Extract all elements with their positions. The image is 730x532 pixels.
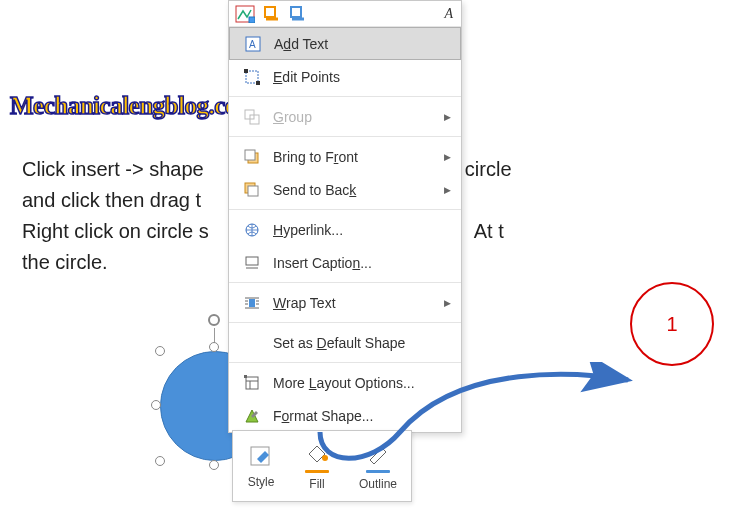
add-text-icon: A	[242, 36, 264, 52]
ctx-label: Add Text	[274, 36, 328, 52]
caption-icon	[241, 255, 263, 271]
svg-rect-25	[246, 377, 258, 389]
style-brush-icon	[247, 443, 275, 471]
resize-handle[interactable]	[155, 456, 165, 466]
resize-handle[interactable]	[151, 400, 161, 410]
ctx-group: Group ▶	[229, 100, 461, 133]
annotation-circle: 1	[630, 282, 714, 366]
format-shape-icon	[241, 408, 263, 424]
separator	[229, 96, 461, 97]
mini-label: Outline	[359, 477, 397, 491]
svg-rect-14	[248, 186, 258, 196]
ctx-label: Bring to Front	[273, 149, 358, 165]
body-line1a: Click insert -> shape	[22, 158, 209, 180]
submenu-arrow-icon: ▶	[444, 185, 451, 195]
mini-label: Fill	[309, 477, 324, 491]
svg-rect-3	[291, 7, 301, 17]
separator	[229, 322, 461, 323]
separator	[229, 136, 461, 137]
ctx-label: Hyperlink...	[273, 222, 343, 238]
rotate-handle-icon[interactable]	[208, 314, 220, 326]
svg-rect-18	[249, 299, 255, 307]
ctx-send-to-back[interactable]: Send to Back ▶	[229, 173, 461, 206]
fill-bucket-icon[interactable]	[263, 5, 281, 23]
ctx-insert-caption[interactable]: Insert Caption...	[229, 246, 461, 279]
text-style-label-icon: A	[444, 6, 453, 22]
mini-fill-button[interactable]: Fill	[303, 442, 331, 491]
resize-handle[interactable]	[209, 460, 219, 470]
ctx-edit-points[interactable]: Edit Points	[229, 60, 461, 93]
svg-rect-8	[256, 81, 260, 85]
outline-pen-icon	[364, 442, 392, 466]
mini-outline-button[interactable]: Outline	[359, 442, 397, 491]
separator	[229, 362, 461, 363]
svg-point-31	[322, 455, 328, 461]
body-line3a: Right click on circle s	[22, 220, 209, 242]
resize-handle[interactable]	[209, 342, 219, 352]
fill-bucket-icon	[303, 442, 331, 466]
ctx-label: Send to Back	[273, 182, 356, 198]
svg-rect-1	[249, 17, 255, 23]
bring-front-icon	[241, 149, 263, 165]
body-line2a: and click then drag t	[22, 189, 201, 211]
submenu-arrow-icon: ▶	[444, 112, 451, 122]
ctx-set-default[interactable]: Set as Default Shape	[229, 326, 461, 359]
ctx-label: More Layout Options...	[273, 375, 415, 391]
submenu-arrow-icon: ▶	[444, 152, 451, 162]
style-gallery-icon[interactable]	[235, 5, 255, 23]
ctx-wrap-text[interactable]: Wrap Text ▶	[229, 286, 461, 319]
annotation-number: 1	[666, 313, 677, 336]
ctx-bring-to-front[interactable]: Bring to Front ▶	[229, 140, 461, 173]
submenu-arrow-icon: ▶	[444, 298, 451, 308]
context-menu-quick-icons: A	[229, 1, 461, 27]
resize-handle[interactable]	[155, 346, 165, 356]
ctx-label: Wrap Text	[273, 295, 336, 311]
ctx-hyperlink[interactable]: Hyperlink...	[229, 213, 461, 246]
ctx-label: Edit Points	[273, 69, 340, 85]
ctx-format-shape[interactable]: Format Shape...	[229, 399, 461, 432]
ctx-more-layout[interactable]: More Layout Options...	[229, 366, 461, 399]
svg-rect-7	[244, 69, 248, 73]
outline-pen-icon[interactable]	[289, 5, 307, 23]
layout-options-icon	[241, 375, 263, 391]
svg-rect-2	[265, 7, 275, 17]
body-line1b: circle	[465, 158, 512, 180]
svg-text:A: A	[249, 39, 256, 50]
svg-rect-16	[246, 257, 258, 265]
mini-style-button[interactable]: Style	[247, 443, 275, 489]
separator	[229, 282, 461, 283]
ctx-label: Format Shape...	[273, 408, 373, 424]
separator	[229, 209, 461, 210]
ctx-label: Insert Caption...	[273, 255, 372, 271]
ctx-label: Set as Default Shape	[273, 335, 405, 351]
fill-color-line	[305, 470, 329, 473]
hyperlink-icon	[241, 222, 263, 238]
body-line4: the circle.	[22, 251, 108, 273]
edit-points-icon	[241, 69, 263, 85]
ctx-label: Group	[273, 109, 312, 125]
mini-label: Style	[248, 475, 275, 489]
context-menu: A A Add Text Edit Points Group ▶ Bring t…	[228, 0, 462, 433]
watermark-text: Mechanicalengblog.com	[10, 92, 257, 120]
group-icon	[241, 109, 263, 125]
body-line3b: At t	[474, 220, 504, 242]
send-back-icon	[241, 182, 263, 198]
svg-rect-12	[245, 150, 255, 160]
ctx-add-text[interactable]: A Add Text	[229, 27, 461, 60]
wrap-text-icon	[241, 295, 263, 311]
svg-rect-28	[244, 375, 247, 378]
outline-color-line	[366, 470, 390, 473]
mini-format-toolbar: Style Fill Outline	[232, 430, 412, 502]
